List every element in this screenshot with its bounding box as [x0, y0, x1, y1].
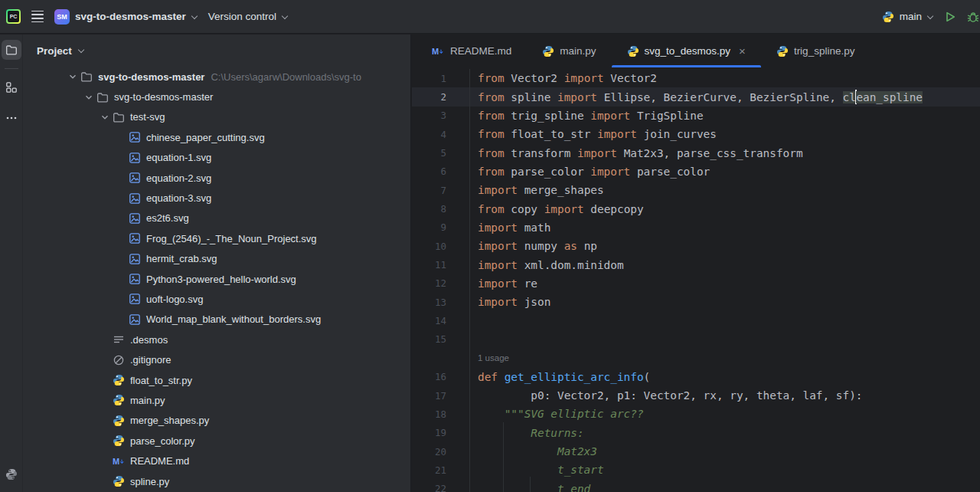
tree-item-spline.py[interactable]: spline.py [23, 471, 410, 491]
code-line-7[interactable]: 7import merge_shapes [412, 181, 980, 199]
line-content: from copy import deepcopy [469, 199, 980, 218]
chevron-expanded-icon[interactable] [64, 72, 80, 81]
python-file-icon [776, 45, 789, 57]
main-menu-icon[interactable] [31, 9, 44, 24]
tree-item-equation-2.svg[interactable]: equation-2.svg [23, 168, 410, 188]
tree-item-Frog_(2546)_-_The_Noun_Project.svg[interactable]: Frog_(2546)_-_The_Noun_Project.svg [23, 228, 410, 248]
tab-label: main.py [560, 45, 596, 57]
code-line-16[interactable]: 16def get_elliptic_arc_info( [412, 368, 980, 386]
tree-item-merge_shapes.py[interactable]: merge_shapes.py [23, 411, 410, 431]
editor-tab-trig_spline.py[interactable]: trig_spline.py [761, 34, 871, 67]
tree-item-svg-to-desmos-master[interactable]: svg-to-desmos-master [23, 87, 410, 107]
code-token: get_elliptic_arc_info [505, 371, 644, 383]
tree-item-label: equation-3.svg [146, 192, 211, 204]
code-line-3[interactable]: 3from trig_spline import TrigSpline [412, 107, 980, 125]
more-tool-windows-icon[interactable] [2, 108, 21, 128]
tree-item-Python3-powered_hello-world.svg[interactable]: Python3-powered_hello-world.svg [23, 269, 410, 289]
tree-item-README.md[interactable]: MREADME.md [23, 451, 410, 471]
usage-hint-line[interactable]: 1 usage [412, 349, 980, 367]
project-path: C:\Users\agarw\Downloads\svg-to [211, 71, 361, 83]
highlighted-identifier: cl [843, 91, 856, 103]
line-content: t_end [469, 480, 980, 492]
tree-item-label: README.md [130, 455, 189, 467]
code-line-6[interactable]: 6from parse_color import parse_color [412, 162, 980, 181]
code-token: import [557, 91, 604, 103]
tree-item-label: hermit_crab.svg [146, 253, 217, 264]
line-number: 19 [412, 427, 469, 438]
editor-tab-README.md[interactable]: MREADME.md [416, 34, 527, 67]
debug-button[interactable] [967, 11, 979, 23]
project-folder-icon[interactable] [2, 40, 21, 60]
code-line-4[interactable]: 4from float_to_str import join_curves [412, 125, 980, 143]
version-control-widget[interactable]: Version control [208, 11, 288, 22]
code-line-5[interactable]: 5from transform import Mat2x3, parse_css… [412, 143, 980, 162]
tree-item-uoft-logo.svg[interactable]: uoft-logo.svg [23, 289, 410, 309]
tree-item-World_map_blank_without_borders.svg[interactable]: World_map_blank_without_borders.svg [23, 310, 410, 330]
run-config-widget[interactable]: main [882, 11, 933, 23]
chevron-expanded-icon[interactable] [80, 93, 96, 102]
code-token: from [478, 166, 511, 178]
code-line-8[interactable]: 8from copy import deepcopy [412, 199, 980, 218]
code-line-1[interactable]: 1from Vector2 import Vector2 [412, 69, 980, 87]
tree-item-equation-1.svg[interactable]: equation-1.svg [23, 148, 410, 168]
code-token: Ellipse, BezierCurve, BezierSpline, [604, 91, 843, 103]
structure-icon[interactable] [2, 77, 21, 97]
code-editor[interactable]: 1from Vector2 import Vector22from spline… [412, 69, 980, 492]
image-icon [129, 131, 142, 143]
code-line-21[interactable]: 21 t_start [412, 461, 980, 479]
tree-item-hermit_crab.svg[interactable]: hermit_crab.svg [23, 249, 410, 269]
project-panel-header[interactable]: Project [23, 34, 410, 67]
code-line-19[interactable]: 19 Returns: [412, 424, 980, 442]
code-line-20[interactable]: 20 Mat2x3 [412, 442, 980, 461]
editor-tab-bar: MREADME.mdmain.pysvg_to_desmos.py×trig_s… [412, 34, 980, 67]
tree-item-.desmos[interactable]: .desmos [23, 330, 410, 349]
tree-item-.gitignore[interactable]: .gitignore [23, 349, 410, 369]
folder-icon [113, 111, 126, 123]
chevron-down-icon [927, 12, 933, 18]
line-number: 5 [412, 147, 469, 159]
code-token: def [478, 371, 505, 383]
tree-item-label: uoft-logo.svg [146, 294, 203, 305]
code-line-17[interactable]: 17 p0: Vector2, p1: Vector2, rx, ry, the… [412, 386, 980, 405]
code-line-13[interactable]: 13import json [412, 293, 980, 311]
code-line-9[interactable]: 9import math [412, 218, 980, 237]
image-icon [129, 232, 142, 244]
code-line-18[interactable]: 18 """SVG elliptic arc?? [412, 405, 980, 423]
code-line-10[interactable]: 10import numpy as np [412, 237, 980, 255]
editor-tab-svg_to_desmos.py[interactable]: svg_to_desmos.py× [612, 34, 761, 67]
tree-item-test-svg[interactable]: test-svg [23, 107, 410, 127]
editor-tab-main.py[interactable]: main.py [527, 34, 611, 67]
chevron-expanded-icon[interactable] [96, 113, 113, 122]
usages-inlay-hint[interactable]: 1 usage [478, 353, 509, 362]
tree-item-float_to_str.py[interactable]: float_to_str.py [23, 370, 410, 390]
line-content: import xml.dom.minidom [469, 255, 980, 274]
python-logo-icon [882, 11, 894, 23]
tree-item-chinese_paper_cutting.svg[interactable]: chinese_paper_cutting.svg [23, 127, 410, 147]
code-line-15[interactable]: 15 [412, 330, 980, 349]
code-token: from [478, 72, 511, 84]
tree-item-es2t6.svg[interactable]: es2t6.svg [23, 208, 410, 228]
tree-item-main.py[interactable]: main.py [23, 390, 410, 410]
code-token: math [524, 221, 551, 234]
highlighted-identifier: ean_spline [856, 91, 923, 103]
code-line-22[interactable]: 22 t_end [412, 480, 980, 492]
code-line-2[interactable]: 2from spline import Ellipse, BezierCurve… [412, 87, 980, 106]
code-line-11[interactable]: 11import xml.dom.minidom [412, 255, 980, 274]
code-line-14[interactable]: 14 [412, 311, 980, 330]
tree-item-equation-3.svg[interactable]: equation-3.svg [23, 188, 410, 208]
python-console-icon[interactable] [2, 464, 21, 484]
indent-guide [503, 422, 504, 492]
folder-icon [80, 71, 93, 83]
code-line-12[interactable]: 12import re [412, 274, 980, 293]
code-token: import [577, 147, 624, 159]
run-button[interactable] [944, 11, 956, 23]
tree-item-label: equation-2.svg [146, 172, 211, 184]
project-widget[interactable]: SM svg-to-desmos-master [54, 9, 198, 25]
code-token: transform [511, 147, 577, 159]
close-tab-icon[interactable]: × [739, 45, 746, 57]
line-content: def get_elliptic_arc_info( [469, 368, 980, 386]
tree-item-svg-to-desmos-master[interactable]: svg-to-desmos-masterC:\Users\agarw\Downl… [23, 67, 410, 87]
tree-item-parse_color.py[interactable]: parse_color.py [23, 431, 410, 451]
image-icon [129, 313, 142, 326]
line-number: 8 [412, 203, 469, 215]
